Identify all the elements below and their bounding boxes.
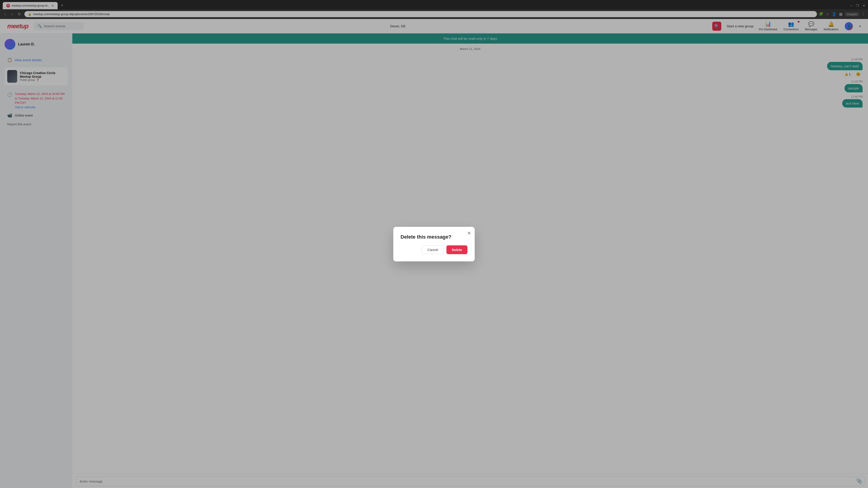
delete-button[interactable]: Delete	[446, 246, 467, 254]
modal-overlay[interactable]: Delete this message? ✕ Cancel Delete	[0, 0, 868, 488]
delete-message-modal: Delete this message? ✕ Cancel Delete	[393, 227, 475, 261]
modal-title: Delete this message?	[401, 234, 467, 240]
modal-close-button[interactable]: ✕	[467, 230, 471, 236]
modal-actions: Cancel Delete	[401, 246, 467, 254]
cancel-button[interactable]: Cancel	[422, 246, 444, 254]
